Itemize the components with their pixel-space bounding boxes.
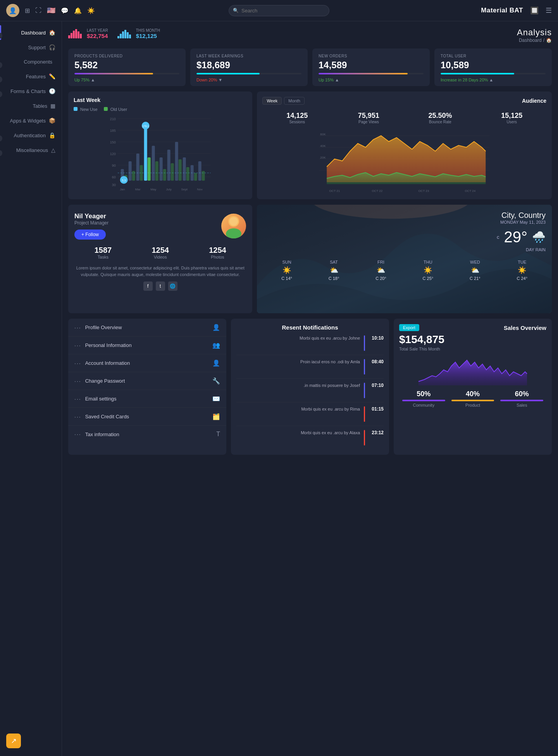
temp-prefix: c <box>497 234 499 240</box>
bottom-left-action-icon[interactable]: ↗ <box>6 734 21 748</box>
stat-cards-row: PRODUCTS DELIVERED 5,582 Up 75% ▲ LAST W… <box>68 48 552 86</box>
flag-icon[interactable]: 🇺🇸 <box>47 6 55 15</box>
collapse-icon-features[interactable]: ‹ <box>0 76 2 83</box>
svg-text:Sept: Sept <box>181 188 188 191</box>
menu-item-personal-info[interactable]: ··· Personal Information 👥 <box>68 337 226 354</box>
orders-arrow: ▲ <box>335 78 339 82</box>
collapse-icon-misc[interactable]: ‹ <box>0 150 2 156</box>
twitter-icon[interactable]: t <box>156 281 165 291</box>
svg-rect-8 <box>122 31 124 38</box>
forecast-sun-name: SUN <box>263 260 310 264</box>
forecast-fri: FRI ⛅ C 20° <box>357 257 404 284</box>
hamburger-menu-icon[interactable]: ☰ <box>546 6 552 15</box>
tax-info-label: Tax information <box>85 432 213 437</box>
web-icon[interactable]: 🌐 <box>168 281 177 291</box>
breadcrumb-separator: / <box>543 38 544 43</box>
svg-point-71 <box>229 217 238 226</box>
menu-item-tax-info[interactable]: ··· Tax information T <box>68 426 226 443</box>
product-val: 40% <box>448 390 498 398</box>
weather-forecast: SUN ☀️ C 14° SAT ⛅ C 18° FRI ⛅ C 20° <box>263 257 546 284</box>
sidebar-item-features[interactable]: ‹ Features ✏️ <box>0 69 62 84</box>
personal-info-label: Personal Information <box>85 342 208 348</box>
earnings-bar-fill <box>196 73 260 74</box>
sidebar-item-components[interactable]: ‹ Components <box>0 55 62 69</box>
sessions-lbl: Sessions <box>262 120 332 124</box>
svg-rect-46 <box>202 171 205 181</box>
analysis-title: Analysis <box>517 28 552 38</box>
menu-item-account-info[interactable]: ··· Account Information 👤 <box>68 354 226 372</box>
notif-item-2: .in mattis mi posuere by Josef 07:10 <box>236 383 384 402</box>
sales-bar <box>500 400 543 401</box>
videos-label: Videos <box>132 255 189 259</box>
menu-item-change-password[interactable]: ··· Change Passwort 🔧 <box>68 372 226 390</box>
community-bar <box>402 400 445 401</box>
svg-rect-29 <box>152 146 155 181</box>
facebook-icon[interactable]: f <box>143 281 153 291</box>
svg-text:178.1: 178.1 <box>142 125 149 128</box>
tasks-label: Tasks <box>74 255 132 259</box>
sidebar-item-tables[interactable]: Tables ▦ <box>0 98 62 113</box>
chat-icon[interactable]: 💬 <box>61 7 69 14</box>
sidebar-item-dashboard[interactable]: ‹ Dashboard 🏠 <box>0 25 62 40</box>
notif-bar-2 <box>364 383 365 398</box>
follow-button[interactable]: + Follow <box>74 230 106 240</box>
forecast-thu-icon: ☀️ <box>405 266 451 274</box>
this-month-value: $12,125 <box>136 33 160 39</box>
sales-val: 60% <box>497 390 546 398</box>
svg-rect-7 <box>120 34 122 38</box>
stat-card-earnings: LAST WEEK EARNINGS $18,689 Down 20% ▼ <box>190 48 308 86</box>
change-password-label: Change Passwort <box>85 378 208 384</box>
svg-rect-32 <box>175 142 178 181</box>
earnings-value: $18,689 <box>196 60 301 71</box>
sidebar-item-auth[interactable]: ‹ Authentication 🔒 <box>0 128 62 143</box>
sidebar-item-forms[interactable]: ‹ Forms & Charts 🕐 <box>0 84 62 98</box>
last-year-label: LAST YEAR <box>87 28 108 33</box>
expand-icon[interactable]: ⛶ <box>35 7 41 14</box>
menu-item-email-settings[interactable]: ··· Email settings ✉️ <box>68 390 226 408</box>
forecast-sun-icon: ☀️ <box>263 266 310 274</box>
search-input[interactable] <box>229 5 329 16</box>
sidebar-item-misc[interactable]: ‹ Miscellaneous △ <box>0 143 62 157</box>
sales-chart-area <box>399 354 546 385</box>
orders-label: NEW ORDERS <box>319 54 424 58</box>
user-avatar[interactable]: 👤 <box>6 4 19 17</box>
tab-week[interactable]: Week <box>262 97 282 105</box>
sidebar-icon-apps: 📦 <box>49 117 55 124</box>
dots-icon-0: ··· <box>74 324 81 331</box>
layout-icon[interactable]: ⊞ <box>25 7 30 14</box>
settings-icon[interactable]: ☀️ <box>87 7 95 14</box>
bar-chart-svg: 210 185 150 120 90 60 30 <box>74 115 247 192</box>
svg-rect-5 <box>80 34 82 38</box>
svg-rect-72 <box>229 234 238 238</box>
menu-item-profile-overview[interactable]: ··· Profile Overview 👤 <box>68 319 226 337</box>
svg-rect-9 <box>124 30 126 38</box>
sidebar-item-support[interactable]: Support 🎧 <box>0 40 62 55</box>
collapse-icon-auth[interactable]: ‹ <box>0 135 2 142</box>
svg-text:OCT 24: OCT 24 <box>465 189 476 193</box>
sidebar-item-apps[interactable]: Apps & Widgets 📦 <box>0 113 62 128</box>
legend-old-user: Old User <box>110 107 127 112</box>
sidebar-icon-dashboard: 🏠 <box>49 29 55 36</box>
forecast-sat-name: SAT <box>310 260 357 264</box>
collapse-icon[interactable]: ‹ <box>0 33 2 39</box>
menu-item-saved-cards[interactable]: ··· Saved Credit Cards 🗂️ <box>68 408 226 426</box>
sales-metric-sales: 60% Sales <box>497 390 546 407</box>
breadcrumb-home[interactable]: Dashboard <box>519 38 542 43</box>
collapse-icon-components[interactable]: ‹ <box>0 62 2 68</box>
tab-month[interactable]: Month <box>284 97 305 105</box>
collapse-icon-forms[interactable]: ‹ <box>0 91 2 97</box>
export-button[interactable]: Export <box>399 324 419 331</box>
svg-text:210: 210 <box>110 117 116 121</box>
products-label: PRODUCTS DELIVERED <box>74 54 179 58</box>
bell-icon[interactable]: 🔔 <box>74 7 82 14</box>
breadcrumb: Dashboard / 🏠 <box>517 38 552 43</box>
last-week-chart-card: Last Week New Use Old User <box>68 91 252 199</box>
profile-stats: 1587 Tasks 1254 Videos 1254 Photos <box>74 246 246 259</box>
last-year-value: $22,754 <box>87 33 108 39</box>
svg-text:150: 150 <box>110 140 116 144</box>
brand-logo: 🔲 <box>530 6 539 15</box>
audience-tabs: Week Month <box>262 97 305 105</box>
personal-info-icon: 👥 <box>212 342 220 349</box>
orders-bar-fill <box>319 73 408 74</box>
header-left: 👤 ⊞ ⛶ 🇺🇸 💬 🔔 ☀️ <box>6 4 95 17</box>
